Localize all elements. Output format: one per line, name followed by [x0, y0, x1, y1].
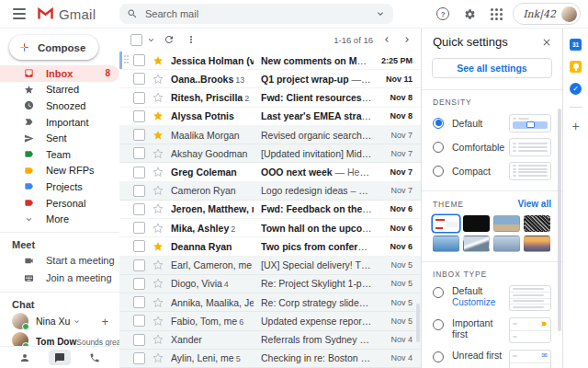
star-icon[interactable] [152, 74, 164, 85]
chevron-down-icon[interactable] [375, 8, 386, 19]
help-icon[interactable]: ? [435, 6, 450, 21]
radio-button[interactable] [433, 142, 444, 153]
view-all-themes-link[interactable]: View all [517, 199, 551, 209]
more-options-icon[interactable] [182, 30, 200, 49]
email-row[interactable]: Jessica Holman (via Goog.New comments on… [119, 52, 421, 70]
avatar[interactable] [561, 6, 577, 22]
email-row[interactable]: Cameron RyanLogo redesign ideas – Excell… [119, 182, 421, 201]
star-icon[interactable] [152, 92, 164, 103]
email-row[interactable]: Maalika MorganRevised organic search num… [119, 126, 421, 144]
calendar-icon[interactable]: 31 [570, 39, 582, 51]
star-icon[interactable] [152, 110, 164, 121]
email-checkbox[interactable] [133, 185, 145, 197]
keep-icon[interactable] [570, 61, 582, 73]
email-checkbox[interactable] [133, 167, 145, 178]
prev-page-icon[interactable] [380, 30, 393, 49]
star-icon[interactable] [152, 278, 164, 289]
next-page-icon[interactable] [401, 30, 413, 49]
see-all-settings-button[interactable]: See all settings [432, 58, 552, 78]
inbox-type-option-important-first[interactable]: Important first [433, 317, 551, 343]
list-scrollbar[interactable] [416, 304, 420, 342]
theme-thumbnail-ocean[interactable] [433, 236, 459, 252]
email-row[interactable]: Oana..Brooks13Q1 project wrap-up — Here'… [119, 70, 421, 88]
contacts-icon[interactable] [14, 350, 36, 365]
sidebar-item-snoozed[interactable]: Snoozed [0, 98, 119, 114]
email-checkbox[interactable] [133, 92, 145, 104]
star-icon[interactable] [152, 241, 164, 252]
theme-thumbnail-mountain[interactable] [463, 236, 490, 252]
star-icon[interactable] [152, 148, 164, 159]
close-icon[interactable] [540, 36, 553, 49]
email-row[interactable]: Greg ColemanOOO next week — Hey, just wa… [119, 163, 421, 181]
radio-button[interactable] [433, 351, 444, 362]
email-row[interactable]: Deanna RyanTwo pics from conference — Lo… [119, 237, 421, 256]
theme-thumbnail-static[interactable] [524, 215, 550, 232]
email-row[interactable]: Aylin, Leni, me5Checking in re: Boston –… [119, 350, 421, 368]
radio-button[interactable] [433, 319, 444, 330]
star-icon[interactable] [152, 297, 164, 308]
sidebar-item-sent[interactable]: Sent [0, 130, 119, 146]
sidebar-item-inbox[interactable]: Inbox8 [0, 65, 119, 82]
chevron-down-icon[interactable] [146, 35, 156, 45]
meet-item-start-a-meeting[interactable]: Start a meeting [0, 252, 119, 270]
email-row[interactable]: Earl, Cameron, me5[UX] Special delivery!… [119, 257, 421, 275]
main-menu-icon[interactable] [7, 2, 31, 26]
email-checkbox[interactable] [133, 222, 145, 234]
sidebar-item-more[interactable]: More [0, 211, 119, 227]
inbox-type-option-unread-first[interactable]: Unread first✉ [433, 350, 551, 368]
radio-button[interactable] [433, 166, 444, 177]
drag-handle-icon[interactable] [124, 55, 131, 65]
tasks-icon[interactable]: ✓ [570, 83, 582, 95]
chevron-down-icon[interactable] [73, 317, 81, 326]
star-icon[interactable] [152, 316, 164, 327]
theme-thumbnail-beach[interactable] [493, 215, 520, 232]
email-checkbox[interactable] [133, 240, 145, 252]
phone-icon[interactable] [84, 350, 106, 365]
settings-gear-icon[interactable] [462, 6, 477, 21]
star-icon[interactable] [152, 130, 164, 141]
panel-scrollbar[interactable] [558, 109, 561, 331]
theme-thumbnail-mist[interactable] [493, 236, 520, 252]
email-row[interactable]: Alyssa PotnisLast year's EMEA strategy d… [119, 108, 421, 126]
sidebar-item-important[interactable]: Important [0, 114, 119, 131]
density-option-compact[interactable]: Compact [433, 161, 551, 180]
email-row[interactable]: Ritesh, Priscilla2Fwd: Client resources … [119, 88, 421, 107]
search-input[interactable] [143, 7, 369, 20]
sidebar-item-projects[interactable]: Projects [0, 178, 119, 195]
customize-link[interactable]: Customize [452, 297, 495, 307]
apps-grid-icon[interactable] [489, 6, 503, 21]
email-checkbox[interactable] [133, 334, 145, 346]
sidebar-item-team[interactable]: Team [0, 146, 119, 163]
theme-thumbnail-dark[interactable] [463, 215, 490, 232]
email-row[interactable]: Jeroen, Matthew, me3Fwd: Feedback on the… [119, 201, 421, 219]
search-icon[interactable] [127, 8, 138, 19]
inbox-type-option-default[interactable]: DefaultCustomize [433, 285, 551, 311]
email-checkbox[interactable] [133, 259, 145, 271]
email-checkbox[interactable] [133, 296, 145, 308]
meet-item-join-a-meeting[interactable]: Join a meeting [0, 270, 119, 287]
radio-button[interactable] [433, 118, 444, 129]
theme-thumbnail-sunset[interactable] [524, 236, 550, 252]
compose-button[interactable]: Compose [9, 35, 98, 60]
email-checkbox[interactable] [133, 110, 145, 122]
email-checkbox[interactable] [133, 73, 145, 85]
refresh-icon[interactable] [160, 30, 178, 49]
star-icon[interactable] [152, 167, 164, 178]
add-chat-icon[interactable]: + [101, 315, 108, 328]
email-row[interactable]: Fabio, Tom, me6Updated expense report te… [119, 312, 421, 330]
star-icon[interactable] [152, 203, 164, 214]
email-row[interactable]: Mika, Ashley2Town hall on the upcoming m… [119, 219, 421, 237]
sidebar-item-starred[interactable]: Starred [0, 82, 119, 98]
sidebar-item-new-rfps[interactable]: New RFPs [0, 163, 119, 179]
email-checkbox[interactable] [133, 278, 145, 290]
star-icon[interactable] [152, 352, 164, 363]
chat-self-row[interactable]: Nina Xu + [0, 312, 119, 331]
sidebar-item-personal[interactable]: Personal [0, 195, 119, 212]
star-icon[interactable] [152, 223, 164, 234]
select-all-checkbox[interactable] [130, 34, 142, 46]
email-checkbox[interactable] [133, 352, 145, 364]
email-checkbox[interactable] [133, 147, 145, 159]
density-option-comfortable[interactable]: Comfortable [433, 137, 551, 156]
star-icon[interactable] [152, 185, 164, 196]
radio-button[interactable] [433, 287, 444, 298]
